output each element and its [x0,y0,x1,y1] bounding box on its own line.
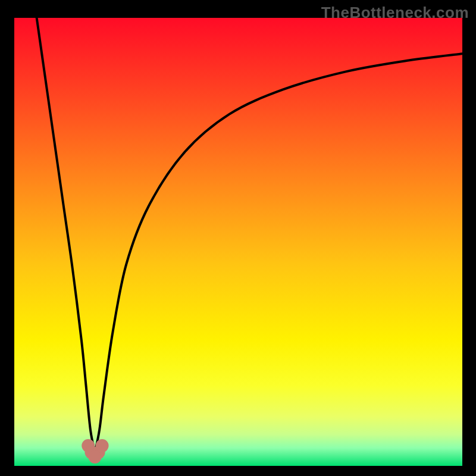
optimum-marker-3 [96,439,109,452]
plot-area [14,18,462,466]
optimum-marker-4 [89,450,102,464]
chart-frame: TheBottleneck.com [0,0,476,476]
gradient-background [14,18,462,466]
chart-svg [14,18,462,466]
